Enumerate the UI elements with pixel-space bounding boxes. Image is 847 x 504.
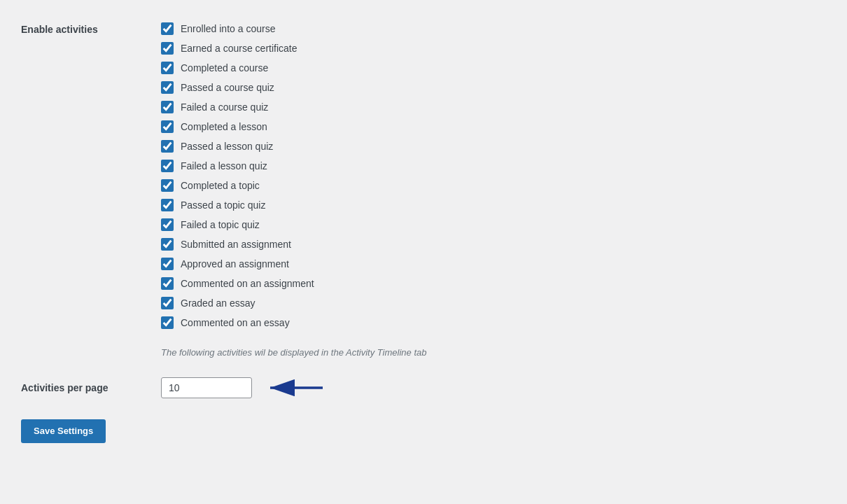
checkbox-commented-on-assignment[interactable] (161, 277, 174, 290)
checkbox-failed-lesson-quiz[interactable] (161, 160, 174, 172)
activities-per-page-section: Activities per page (21, 377, 826, 398)
checkbox-label-passed-lesson-quiz[interactable]: Passed a lesson quiz (181, 141, 273, 152)
activities-per-page-label: Activities per page (21, 382, 147, 393)
checkbox-row-failed-lesson-quiz: Failed a lesson quiz (161, 158, 426, 174)
enable-activities-section: Enable activities Enrolled into a course… (21, 21, 826, 358)
checkbox-failed-course-quiz[interactable] (161, 101, 174, 113)
checkbox-label-enrolled-into-course[interactable]: Enrolled into a course (181, 23, 275, 34)
checkbox-row-failed-topic-quiz: Failed a topic quiz (161, 217, 426, 232)
checkbox-row-completed-a-lesson: Completed a lesson (161, 119, 426, 134)
checkbox-approved-assignment[interactable] (161, 258, 174, 270)
checkbox-label-submitted-assignment[interactable]: Submitted an assignment (181, 239, 291, 250)
activities-per-page-input[interactable] (161, 377, 252, 398)
checkbox-label-completed-a-lesson[interactable]: Completed a lesson (181, 121, 267, 132)
checkbox-label-failed-course-quiz[interactable]: Failed a course quiz (181, 102, 268, 113)
checkbox-row-commented-on-assignment: Commented on an assignment (161, 276, 426, 291)
checkbox-row-completed-a-topic: Completed a topic (161, 178, 426, 193)
checkbox-row-passed-course-quiz: Passed a course quiz (161, 80, 426, 95)
checkbox-label-graded-essay[interactable]: Graded an essay (181, 298, 255, 309)
checkbox-passed-lesson-quiz[interactable] (161, 140, 174, 153)
checkbox-label-completed-a-course[interactable]: Completed a course (181, 62, 268, 74)
checkboxes-container: Enrolled into a courseEarned a course ce… (161, 21, 426, 358)
checkbox-label-passed-topic-quiz[interactable]: Passed a topic quiz (181, 200, 265, 211)
checkbox-row-completed-a-course: Completed a course (161, 60, 426, 76)
checkbox-label-commented-on-assignment[interactable]: Commented on an assignment (181, 278, 314, 289)
checkbox-failed-topic-quiz[interactable] (161, 218, 174, 231)
checkbox-row-enrolled-into-course: Enrolled into a course (161, 21, 426, 36)
checkbox-label-earned-course-certificate[interactable]: Earned a course certificate (181, 43, 298, 54)
checkbox-row-graded-essay: Graded an essay (161, 295, 426, 311)
checkbox-passed-course-quiz[interactable] (161, 81, 174, 94)
checkbox-graded-essay[interactable] (161, 297, 174, 309)
checkbox-row-passed-lesson-quiz: Passed a lesson quiz (161, 139, 426, 154)
checkbox-submitted-assignment[interactable] (161, 238, 174, 251)
checkbox-row-submitted-assignment: Submitted an assignment (161, 237, 426, 252)
checkbox-completed-a-lesson[interactable] (161, 120, 174, 133)
checkbox-passed-topic-quiz[interactable] (161, 199, 174, 211)
save-settings-section: Save Settings (21, 419, 826, 443)
checkbox-label-approved-assignment[interactable]: Approved an assignment (181, 258, 289, 270)
checkbox-label-commented-on-essay[interactable]: Commented on an essay (181, 317, 290, 328)
checkbox-commented-on-essay[interactable] (161, 316, 174, 329)
checkbox-row-passed-topic-quiz: Passed a topic quiz (161, 197, 426, 213)
checkbox-row-approved-assignment: Approved an assignment (161, 256, 426, 272)
checkbox-label-completed-a-topic[interactable]: Completed a topic (181, 180, 260, 191)
save-settings-button[interactable]: Save Settings (21, 419, 106, 443)
checkbox-completed-a-course[interactable] (161, 62, 174, 74)
arrow-icon (263, 377, 326, 398)
checkbox-row-commented-on-essay: Commented on an essay (161, 315, 426, 330)
checkbox-row-failed-course-quiz: Failed a course quiz (161, 99, 426, 115)
checkbox-enrolled-into-course[interactable] (161, 22, 174, 35)
checkbox-earned-course-certificate[interactable] (161, 42, 174, 55)
checkbox-label-failed-topic-quiz[interactable]: Failed a topic quiz (181, 219, 260, 230)
checkbox-row-earned-course-certificate: Earned a course certificate (161, 41, 426, 56)
info-text: The following activities wil be displaye… (161, 347, 426, 358)
checkbox-label-passed-course-quiz[interactable]: Passed a course quiz (181, 82, 274, 93)
checkbox-completed-a-topic[interactable] (161, 179, 174, 192)
enable-activities-label: Enable activities (21, 21, 147, 358)
activities-input-row (161, 377, 326, 398)
checkbox-label-failed-lesson-quiz[interactable]: Failed a lesson quiz (181, 160, 267, 172)
